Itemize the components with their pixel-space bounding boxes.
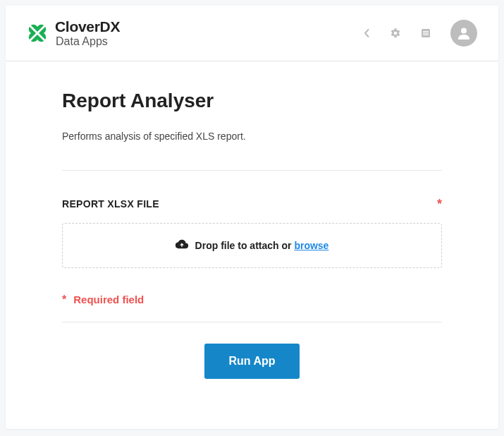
action-row: Run App — [62, 344, 442, 379]
page-description: Performs analysis of specified XLS repor… — [62, 131, 442, 142]
divider — [62, 322, 442, 322]
back-icon[interactable] — [363, 29, 370, 37]
list-icon[interactable] — [421, 28, 431, 38]
required-field-note: * Required field — [62, 293, 442, 306]
required-asterisk-icon: * — [437, 198, 442, 210]
brand-block: CloverDX Data Apps — [27, 18, 120, 48]
avatar-icon[interactable] — [450, 20, 477, 47]
divider — [62, 170, 442, 171]
header-actions — [363, 20, 477, 47]
dropzone-text: Drop file to attach or browse — [195, 240, 329, 251]
file-field-header: REPORT XLSX FILE * — [62, 198, 442, 210]
app-header: CloverDX Data Apps — [6, 6, 498, 61]
file-field-label: REPORT XLSX FILE — [62, 198, 159, 210]
svg-rect-8 — [423, 32, 429, 33]
brand-main: CloverDX — [55, 18, 120, 35]
page-title: Report Analyser — [62, 90, 442, 112]
gear-icon[interactable] — [390, 28, 401, 39]
svg-point-10 — [461, 28, 467, 33]
file-dropzone[interactable]: Drop file to attach or browse — [62, 223, 442, 268]
cloud-upload-icon — [176, 239, 188, 252]
asterisk-icon: * — [62, 293, 66, 306]
main-content: Report Analyser Performs analysis of spe… — [6, 61, 498, 400]
run-app-button[interactable]: Run App — [204, 344, 299, 379]
clover-logo-icon — [27, 23, 48, 44]
svg-rect-9 — [423, 35, 429, 35]
browse-link[interactable]: browse — [294, 240, 328, 251]
brand-sub: Data Apps — [56, 35, 120, 48]
brand-text: CloverDX Data Apps — [55, 18, 120, 48]
dropzone-label: Drop file to attach or — [195, 240, 295, 251]
required-note-text: Required field — [73, 293, 144, 305]
svg-rect-7 — [423, 31, 429, 32]
